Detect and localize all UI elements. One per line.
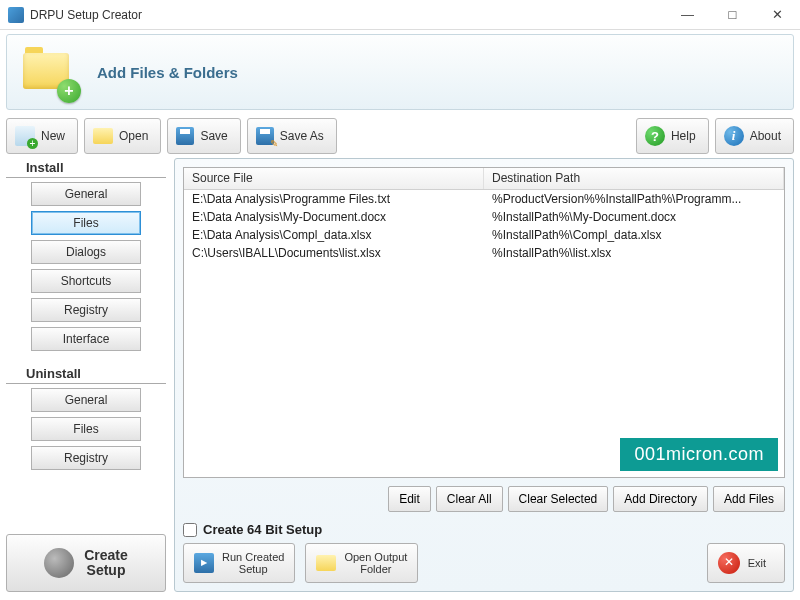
toolbar: New Open Save Save As ? Help i About xyxy=(0,114,800,158)
info-icon: i xyxy=(724,126,744,146)
cell-destination: %InstallPath%\My-Document.docx xyxy=(484,208,784,226)
help-label: Help xyxy=(671,129,696,143)
run-created-setup-button[interactable]: Run CreatedSetup xyxy=(183,543,295,583)
help-button[interactable]: ? Help xyxy=(636,118,709,154)
new-icon xyxy=(15,126,35,146)
sidebar-item-uninstall-registry[interactable]: Registry xyxy=(31,446,141,470)
create-setup-button[interactable]: CreateSetup xyxy=(6,534,166,592)
install-heading: Install xyxy=(6,158,166,178)
table-row[interactable]: E:\Data Analysis\My-Document.docx%Instal… xyxy=(184,208,784,226)
app-icon xyxy=(8,7,24,23)
sidebar-item-uninstall-files[interactable]: Files xyxy=(31,417,141,441)
table-row[interactable]: C:\Users\IBALL\Documents\list.xlsx%Insta… xyxy=(184,244,784,262)
files-table[interactable]: Source File Destination Path E:\Data Ana… xyxy=(183,167,785,478)
gear-icon xyxy=(44,548,74,578)
edit-button[interactable]: Edit xyxy=(388,486,431,512)
page-banner: + Add Files & Folders xyxy=(6,34,794,110)
saveas-icon xyxy=(256,127,274,145)
save-label: Save xyxy=(200,129,227,143)
sidebar-item-files[interactable]: Files xyxy=(31,211,141,235)
cell-source: E:\Data Analysis\Compl_data.xlsx xyxy=(184,226,484,244)
folder-icon xyxy=(316,555,336,571)
bottom-row: Create 64 Bit Setup xyxy=(183,522,785,537)
saveas-button[interactable]: Save As xyxy=(247,118,337,154)
exit-button[interactable]: ✕ Exit xyxy=(707,543,785,583)
cell-destination: %InstallPath%\list.xlsx xyxy=(484,244,784,262)
bottom-buttons: Run CreatedSetup Open OutputFolder ✕ Exi… xyxy=(183,543,785,583)
cell-source: E:\Data Analysis\Programme Files.txt xyxy=(184,190,484,208)
sidebar-item-dialogs[interactable]: Dialogs xyxy=(31,240,141,264)
sidebar-item-shortcuts[interactable]: Shortcuts xyxy=(31,269,141,293)
about-button[interactable]: i About xyxy=(715,118,794,154)
create-64bit-input[interactable] xyxy=(183,523,197,537)
cell-source: E:\Data Analysis\My-Document.docx xyxy=(184,208,484,226)
new-label: New xyxy=(41,129,65,143)
page-title: Add Files & Folders xyxy=(97,64,238,81)
sidebar-item-registry[interactable]: Registry xyxy=(31,298,141,322)
close-button[interactable]: ✕ xyxy=(755,0,800,30)
open-output-label: Open OutputFolder xyxy=(344,551,407,575)
close-icon: ✕ xyxy=(718,552,740,574)
col-destination[interactable]: Destination Path xyxy=(484,168,784,189)
exit-label: Exit xyxy=(748,557,766,569)
install-group: Install General Files Dialogs Shortcuts … xyxy=(6,158,166,356)
save-icon xyxy=(176,127,194,145)
sidebar-item-interface[interactable]: Interface xyxy=(31,327,141,351)
table-body: E:\Data Analysis\Programme Files.txt%Pro… xyxy=(184,190,784,262)
sidebar: Install General Files Dialogs Shortcuts … xyxy=(6,158,174,592)
table-buttons: Edit Clear All Clear Selected Add Direct… xyxy=(183,486,785,512)
open-label: Open xyxy=(119,129,148,143)
open-output-folder-button[interactable]: Open OutputFolder xyxy=(305,543,418,583)
create-64bit-label: Create 64 Bit Setup xyxy=(203,522,322,537)
table-row[interactable]: E:\Data Analysis\Compl_data.xlsx%Install… xyxy=(184,226,784,244)
uninstall-heading: Uninstall xyxy=(6,364,166,384)
play-icon xyxy=(194,553,214,573)
clear-selected-button[interactable]: Clear Selected xyxy=(508,486,609,512)
cell-destination: %InstallPath%\Compl_data.xlsx xyxy=(484,226,784,244)
add-directory-button[interactable]: Add Directory xyxy=(613,486,708,512)
run-created-label: Run CreatedSetup xyxy=(222,551,284,575)
saveas-label: Save As xyxy=(280,129,324,143)
save-button[interactable]: Save xyxy=(167,118,240,154)
titlebar: DRPU Setup Creator — □ ✕ xyxy=(0,0,800,30)
minimize-button[interactable]: — xyxy=(665,0,710,30)
folder-add-icon: + xyxy=(21,43,79,101)
watermark: 001micron.com xyxy=(620,438,778,471)
create-64bit-checkbox[interactable]: Create 64 Bit Setup xyxy=(183,522,322,537)
add-files-button[interactable]: Add Files xyxy=(713,486,785,512)
sidebar-item-uninstall-general[interactable]: General xyxy=(31,388,141,412)
help-icon: ? xyxy=(645,126,665,146)
open-button[interactable]: Open xyxy=(84,118,161,154)
main-panel: Source File Destination Path E:\Data Ana… xyxy=(174,158,794,592)
maximize-button[interactable]: □ xyxy=(710,0,755,30)
about-label: About xyxy=(750,129,781,143)
create-setup-label: CreateSetup xyxy=(84,548,128,579)
cell-source: C:\Users\IBALL\Documents\list.xlsx xyxy=(184,244,484,262)
open-icon xyxy=(93,128,113,144)
col-source[interactable]: Source File xyxy=(184,168,484,189)
window-title: DRPU Setup Creator xyxy=(30,8,665,22)
uninstall-group: Uninstall General Files Registry xyxy=(6,364,166,475)
cell-destination: %ProductVersion%%InstallPath%\Programm..… xyxy=(484,190,784,208)
clear-all-button[interactable]: Clear All xyxy=(436,486,503,512)
table-header: Source File Destination Path xyxy=(184,168,784,190)
new-button[interactable]: New xyxy=(6,118,78,154)
table-row[interactable]: E:\Data Analysis\Programme Files.txt%Pro… xyxy=(184,190,784,208)
sidebar-item-general[interactable]: General xyxy=(31,182,141,206)
